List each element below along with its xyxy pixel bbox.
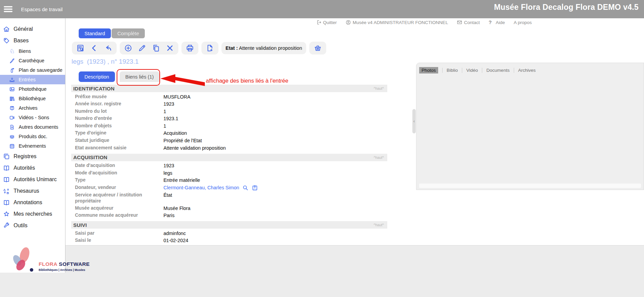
field-row: Commune musée acquéreurParis — [71, 212, 387, 219]
tag-icon — [3, 37, 10, 44]
view-tab-standard[interactable]: Standard — [79, 28, 111, 38]
panel-collapse-handle[interactable]: ‹ — [412, 109, 416, 133]
mail-icon — [457, 20, 462, 25]
field-row: Saisi le01-02-2024 — [71, 237, 387, 245]
field-value: adminfonc — [163, 230, 186, 237]
delete-icon — [166, 44, 174, 52]
field-value: 1 — [163, 108, 166, 115]
duplicate-button[interactable] — [152, 44, 160, 52]
sidebar-item-autres-documents[interactable]: Autres documents — [0, 122, 65, 132]
export-document-button[interactable] — [206, 44, 214, 52]
sidebar-item-mes-recherches[interactable]: Mes recherches — [0, 208, 65, 220]
sidebar-item-bibliotheque[interactable]: Bibliothèque — [0, 94, 65, 103]
section-identification: IDENTIFICATION^haut^Préfixe muséeMUSFLOR… — [71, 85, 387, 152]
record-tab-biens-lies-1[interactable]: Biens liés (1) — [120, 71, 160, 82]
collapse-chevron-icon: ‹ — [413, 119, 415, 124]
sidebar-item-carotheque[interactable]: Carothèque — [0, 56, 65, 65]
field-value[interactable]: Clermont-Ganneau, Charles Simon — [163, 185, 258, 191]
add-button[interactable] — [124, 44, 132, 52]
toolbar-group-3 — [181, 42, 198, 55]
state-badge: Etat : Attente validation proposition — [221, 42, 306, 54]
sidebar-item-phototheque[interactable]: Photothèque — [0, 84, 65, 94]
sidebar-item-outils[interactable]: Outils — [0, 220, 65, 231]
field-value: 01-02-2024 — [163, 237, 188, 244]
media-tab-video[interactable]: Vidéo — [466, 68, 478, 73]
sidebar-item-archives[interactable]: Archives — [0, 103, 65, 113]
media-tab-archives[interactable]: Archives — [518, 68, 536, 73]
back-to-top-link[interactable]: ^haut^ — [374, 155, 384, 160]
field-value: Paris — [163, 212, 175, 219]
state-value: Attente validation proposition — [239, 45, 302, 51]
edit-icon — [138, 44, 146, 52]
sidebar-item-annotations[interactable]: Annotations — [0, 197, 65, 208]
sidebar-item-general[interactable]: Général — [0, 23, 65, 35]
exit-icon — [316, 20, 321, 25]
logo-tagline: Bibliothèques | Archives | Musées — [39, 268, 90, 272]
toplink-a-propos[interactable]: A propos — [514, 20, 532, 25]
edit-button[interactable] — [138, 44, 146, 52]
field-row: Musée acquéreurMusée Flora — [71, 205, 387, 212]
field-value: legs — [163, 170, 172, 176]
open-record-icon[interactable] — [252, 185, 258, 191]
toplink-musee-v4-administrateur-fonctionnel[interactable]: Musée v4 ADMINISTRATEUR FONCTIONNEL — [346, 20, 448, 25]
sidebar-item-plan-de-sauvegarde[interactable]: Plan de sauvegarde — [0, 65, 65, 75]
sidebar-item-thesaurus[interactable]: ABThesaurus — [0, 185, 65, 197]
sidebar-item-biens[interactable]: ♘Biens — [0, 46, 65, 56]
media-tab-photos[interactable]: Photos — [419, 67, 438, 73]
media-panel-scrollbar[interactable] — [419, 184, 641, 188]
sidebar-item-label: Photothèque — [19, 86, 46, 92]
field-row: Type d'origineAcquisition — [71, 130, 387, 137]
sidebar-item-label: Archives — [19, 105, 38, 111]
undo-button[interactable] — [104, 44, 112, 52]
print-button[interactable] — [186, 44, 194, 52]
annotation-text: affichage des biens liés à l'entrée — [206, 78, 288, 84]
open-book-icon — [3, 176, 10, 183]
search-icon[interactable] — [242, 185, 249, 191]
section-acquisition: ACQUISITION^haut^Date d'acquisition1923M… — [71, 154, 387, 219]
sidebar-item-label: Produits doc. — [19, 134, 47, 139]
books-icon — [9, 96, 15, 102]
hamburger-menu-button[interactable] — [3, 4, 16, 14]
wrench-icon — [3, 222, 10, 229]
sidebar-item-entrees[interactable]: Entrées — [0, 75, 65, 84]
section-title: ACQUISITION — [73, 154, 108, 160]
basket-icon — [314, 44, 322, 52]
media-tab-documents[interactable]: Documents — [486, 68, 509, 73]
duplicate-icon — [152, 44, 160, 52]
sidebar-item-bases[interactable]: Bases — [0, 35, 65, 46]
inbox-arrow-icon — [9, 77, 15, 83]
flora-petals-icon — [7, 247, 37, 274]
app-title: Musée Flora Decalog Flora DEMO v4.5 — [494, 3, 639, 12]
back-to-top-link[interactable]: ^haut^ — [374, 86, 384, 90]
basket-button[interactable] — [314, 44, 322, 52]
field-value: Musée Flora — [163, 205, 190, 212]
toplink-contact[interactable]: Contact — [457, 20, 480, 25]
toplink-aide[interactable]: ?Aide — [489, 20, 505, 25]
back-to-top-link[interactable]: ^haut^ — [374, 223, 384, 227]
back-icon — [90, 44, 98, 52]
media-tab-biblio[interactable]: Biblio — [447, 68, 458, 73]
sidebar-item-label: Plan de sauvegarde — [19, 67, 62, 73]
sidebar-item-autorites[interactable]: Autorités — [0, 162, 65, 174]
sidebar-item-label: Outils — [14, 222, 27, 229]
sidebar-item-label: Evènements — [19, 143, 46, 149]
help-icon: ? — [489, 20, 494, 25]
tab-separator — [482, 68, 482, 73]
video-icon — [9, 115, 15, 121]
delete-button[interactable] — [166, 44, 174, 52]
toplink-quitter[interactable]: Quitter — [316, 20, 337, 25]
back-button[interactable] — [90, 44, 98, 52]
record-tab-description[interactable]: Description — [79, 71, 115, 82]
view-tab-complete[interactable]: Complète — [112, 28, 145, 38]
field-value: Propriété de l'Etat — [163, 137, 202, 144]
record-list-button[interactable] — [76, 44, 84, 52]
field-label: Etat avancement saisie — [71, 145, 163, 151]
sidebar-item-produits-doc[interactable]: Produits doc. — [0, 132, 65, 141]
sidebar-item-videos-sons[interactable]: Vidéos - Sons — [0, 113, 65, 122]
sidebar-item-autorites-unimarc[interactable]: Autorités Unimarc — [0, 174, 65, 185]
sidebar-item-evenements[interactable]: Evènements — [0, 141, 65, 151]
sidebar-item-registres[interactable]: Registres — [0, 151, 65, 162]
print-icon — [186, 44, 194, 52]
field-row: Nombre d'objets1 — [71, 122, 387, 130]
sidebar-item-label: Vidéos - Sons — [19, 115, 49, 120]
